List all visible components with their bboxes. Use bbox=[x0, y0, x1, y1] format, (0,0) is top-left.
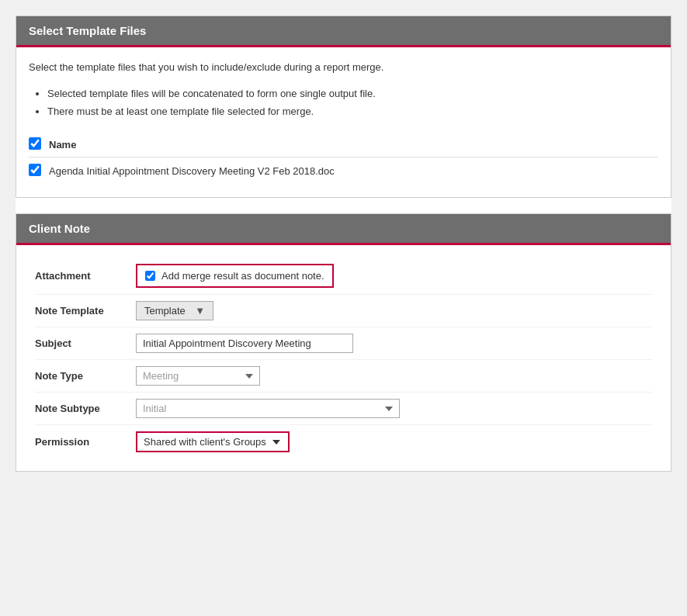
note-template-row: Note Template Template ▼ bbox=[35, 295, 652, 327]
note-subtype-select[interactable]: Initial bbox=[136, 399, 400, 418]
attachment-row: Attachment Add merge result as document … bbox=[35, 258, 652, 295]
name-checkbox-wrap[interactable] bbox=[29, 137, 41, 152]
note-template-dropdown[interactable]: Template ▼ bbox=[136, 301, 213, 320]
permission-control: Shared with client's Groups bbox=[136, 431, 652, 452]
subject-row: Subject bbox=[35, 327, 652, 360]
attachment-control: Add merge result as document note. bbox=[136, 264, 652, 288]
template-bullets-list: Selected template files will be concaten… bbox=[47, 85, 658, 121]
attachment-checkbox[interactable] bbox=[145, 271, 155, 281]
attachment-highlight-box: Add merge result as document note. bbox=[136, 264, 334, 288]
template-files-header: Select Template Files bbox=[16, 16, 671, 47]
bullet-1: Selected template files will be concaten… bbox=[47, 85, 658, 102]
file-name-label: Agenda Initial Appointment Discovery Mee… bbox=[49, 165, 335, 177]
note-subtype-row: Note Subtype Initial bbox=[35, 393, 652, 425]
bullet-2: There must be at least one template file… bbox=[47, 102, 658, 120]
subject-input[interactable] bbox=[136, 334, 353, 353]
permission-label: Permission bbox=[35, 436, 136, 448]
attachment-checkbox-label: Add merge result as document note. bbox=[161, 270, 324, 282]
subject-label: Subject bbox=[35, 337, 136, 349]
name-column-label: Name bbox=[49, 139, 76, 151]
permission-highlight-box: Shared with client's Groups bbox=[136, 431, 290, 452]
note-type-select[interactable]: Meeting bbox=[136, 366, 260, 386]
permission-select[interactable]: Shared with client's Groups bbox=[144, 436, 282, 448]
note-type-label: Note Type bbox=[35, 370, 136, 382]
template-files-section: Select Template Files Select the templat… bbox=[16, 16, 671, 198]
file-checkbox[interactable] bbox=[29, 164, 41, 176]
file-checkbox-wrap[interactable] bbox=[29, 164, 41, 178]
client-note-section: Client Note Attachment Add merge result … bbox=[16, 213, 671, 472]
subject-control bbox=[136, 334, 652, 353]
note-type-row: Note Type Meeting bbox=[35, 360, 652, 393]
name-header-row: Name bbox=[29, 133, 658, 157]
note-template-arrow: ▼ bbox=[195, 305, 205, 317]
note-subtype-control: Initial bbox=[136, 399, 652, 418]
note-template-control: Template ▼ bbox=[136, 301, 652, 320]
file-row: Agenda Initial Appointment Discovery Mee… bbox=[29, 157, 658, 185]
name-checkbox[interactable] bbox=[29, 137, 41, 150]
note-subtype-label: Note Subtype bbox=[35, 403, 136, 414]
note-template-value: Template bbox=[144, 305, 186, 317]
template-description: Select the template files that you wish … bbox=[29, 60, 658, 75]
permission-row: Permission Shared with client's Groups bbox=[35, 425, 652, 459]
client-note-title: Client Note bbox=[29, 222, 90, 235]
template-files-title: Select Template Files bbox=[29, 24, 146, 37]
attachment-label: Attachment bbox=[35, 270, 136, 282]
note-type-control: Meeting bbox=[136, 366, 652, 386]
client-note-header: Client Note bbox=[16, 214, 671, 245]
note-template-label: Note Template bbox=[35, 305, 136, 317]
